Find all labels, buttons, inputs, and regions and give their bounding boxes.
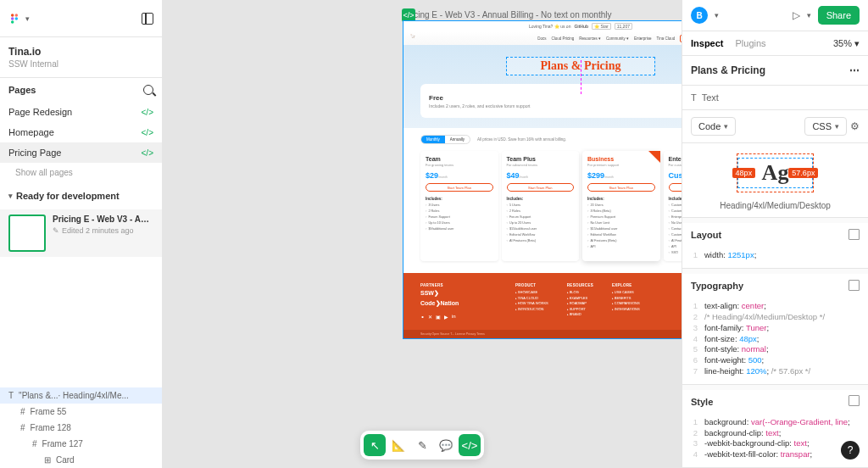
- measure-tool-button[interactable]: 📐: [387, 434, 409, 456]
- style-section: Style 1background: var(--Orange-Gradient…: [682, 390, 868, 468]
- plan-card: Team PlusFor advanced teams$49/monthStar…: [502, 151, 580, 261]
- toggle-panel-icon[interactable]: [142, 13, 153, 25]
- tab-plugins[interactable]: Plugins: [736, 31, 766, 55]
- project-team: SSW Internal: [8, 59, 153, 69]
- css-chip[interactable]: CSS▾: [804, 117, 847, 136]
- comment-tool-button[interactable]: 💬: [435, 434, 457, 456]
- selection-title: Plans & Pricing⋯: [682, 56, 868, 86]
- layer-frame[interactable]: #Frame 127: [0, 436, 162, 452]
- artboard[interactable]: Loving Tina? ⭐ us onGitHub ⭐ Star 11,207…: [403, 20, 682, 339]
- dev-mode-icon: </>: [142, 128, 153, 137]
- zoom-level[interactable]: 35% ▾: [833, 38, 860, 49]
- left-panel-header: ▾: [0, 0, 162, 37]
- project-info: Tina.io SSW Internal: [0, 37, 162, 78]
- svg-point-4: [11, 20, 14, 24]
- llama-logo-icon: 🦙: [410, 34, 419, 42]
- typography-section: Typography 1text-align: center;2/* Headi…: [682, 274, 868, 385]
- code-format-row: Code▾ CSS▾ ⚙: [682, 110, 868, 143]
- measure-guide: [581, 60, 581, 94]
- tab-inspect[interactable]: Inspect: [691, 31, 724, 55]
- site-footer: PARTNERSSSW❯Code❯Nation ⚬✕▣▶in PRODUCTSH…: [403, 273, 682, 330]
- right-panel-header: B ▾ ▷ ▾ Share: [682, 0, 868, 31]
- search-icon[interactable]: [143, 85, 153, 95]
- project-name: Tina.io: [8, 46, 153, 58]
- more-icon[interactable]: ⋯: [849, 64, 860, 76]
- layer-frame[interactable]: #Frame 128: [0, 420, 162, 436]
- layer-component[interactable]: ⊞Card: [0, 452, 162, 468]
- pages-header: Pages: [0, 78, 162, 102]
- dev-mode-toggle[interactable]: </>: [459, 434, 481, 456]
- hero-section: Plans & Pricing FreeIncludes 2 users, 2 …: [403, 45, 682, 128]
- typography-preview: 48px Ag 57.6px Heading/4xl/Medium/Deskto…: [682, 143, 868, 218]
- dim-badge-right: 57.6px: [788, 168, 818, 178]
- page-item[interactable]: Homepage</>: [0, 122, 162, 142]
- site-topbar: Loving Tina? ⭐ us onGitHub ⭐ Star 11,207: [403, 21, 682, 31]
- page-item-active[interactable]: Pricing Page</>: [0, 142, 162, 163]
- plans-grid: TeamFor growing teams$29/monthStart Team…: [403, 151, 682, 273]
- chevron-down-icon[interactable]: ▾: [715, 11, 719, 20]
- inspect-tabs: Inspect Plugins 35% ▾: [682, 31, 868, 56]
- copy-icon[interactable]: [850, 397, 860, 406]
- chevron-down-icon[interactable]: ▾: [807, 11, 811, 20]
- layout-section: Layout 1width: 1251px;: [682, 223, 868, 269]
- plan-card: BusinessFor premium support$299/monthSta…: [582, 151, 660, 261]
- prototype-play-icon[interactable]: ▷: [793, 9, 800, 21]
- subscribe-button: ⊕ Subscribe: [680, 35, 682, 42]
- text-property-row[interactable]: TText: [682, 86, 868, 110]
- user-avatar[interactable]: B: [691, 7, 708, 24]
- dev-mode-icon: </>: [142, 108, 153, 117]
- layer-frame[interactable]: #Frame 55: [0, 404, 162, 420]
- left-panel: ▾ Tina.io SSW Internal Pages Page Redesi…: [0, 0, 163, 468]
- plan-card: EnterpriseFor custom needsCustomStart Te…: [664, 151, 682, 261]
- svg-point-2: [11, 17, 14, 20]
- ready-section-header[interactable]: ▾Ready for development: [0, 182, 162, 209]
- social-icons: ⚬✕▣▶in: [420, 314, 497, 320]
- annotate-tool-button[interactable]: ✎: [411, 434, 433, 456]
- figma-menu[interactable]: ▾: [8, 13, 30, 25]
- frame-thumbnail: [8, 214, 46, 252]
- svg-point-3: [15, 17, 18, 20]
- frame-thumbnail-row[interactable]: Pricing E - Web V3 - Annual ... ✎Edited …: [0, 209, 162, 257]
- page-item[interactable]: Page Redesign</>: [0, 102, 162, 122]
- code-mode-chip[interactable]: Code▾: [691, 117, 736, 136]
- plan-card: TeamFor growing teams$29/monthStart Team…: [420, 151, 498, 261]
- billing-toggle-row: MonthlyAnnually All prices in USD. Save …: [403, 128, 682, 151]
- billing-toggle: MonthlyAnnually: [420, 135, 470, 144]
- help-button[interactable]: ?: [841, 441, 860, 460]
- frame-label: Pricing E - Web V3 - Annual Billing - No…: [403, 10, 611, 20]
- canvas[interactable]: Pricing E - Web V3 - Annual Billing - No…: [163, 0, 682, 468]
- frame-title: Pricing E - Web V3 - Annual ...: [53, 214, 153, 224]
- share-button[interactable]: Share: [818, 6, 860, 25]
- move-tool-button[interactable]: ↖: [364, 434, 386, 456]
- copy-icon[interactable]: [850, 281, 860, 291]
- figma-logo-icon: [8, 13, 20, 25]
- floating-toolbar: ↖ 📐 ✎ 💬 </>: [360, 431, 484, 460]
- frame-edited-time: ✎Edited 2 minutes ago: [53, 226, 153, 235]
- layer-text[interactable]: T"Plans &...· Heading/4xl/Me...: [0, 387, 162, 404]
- sub-footer: Security Open Source T... License Privac…: [403, 330, 682, 338]
- text-style-name: Heading/4xl/Medium/Desktop: [691, 201, 860, 210]
- copy-icon[interactable]: [850, 231, 860, 240]
- dev-mode-icon: </>: [142, 148, 153, 158]
- chevron-down-icon: ▾: [25, 14, 30, 23]
- settings-icon[interactable]: ⚙: [850, 120, 860, 132]
- free-plan-card: FreeIncludes 2 users, 2 roles, and exclu…: [420, 84, 682, 118]
- dim-badge-left: 48px: [732, 168, 756, 178]
- site-nav: 🦙 DocsCloud PricingResources ▾ Community…: [403, 31, 682, 45]
- right-panel: B ▾ ▷ ▾ Share Inspect Plugins 35% ▾ Plan…: [682, 0, 868, 468]
- svg-point-1: [15, 14, 18, 16]
- show-all-pages[interactable]: Show all pages: [0, 163, 162, 182]
- svg-point-0: [11, 14, 14, 16]
